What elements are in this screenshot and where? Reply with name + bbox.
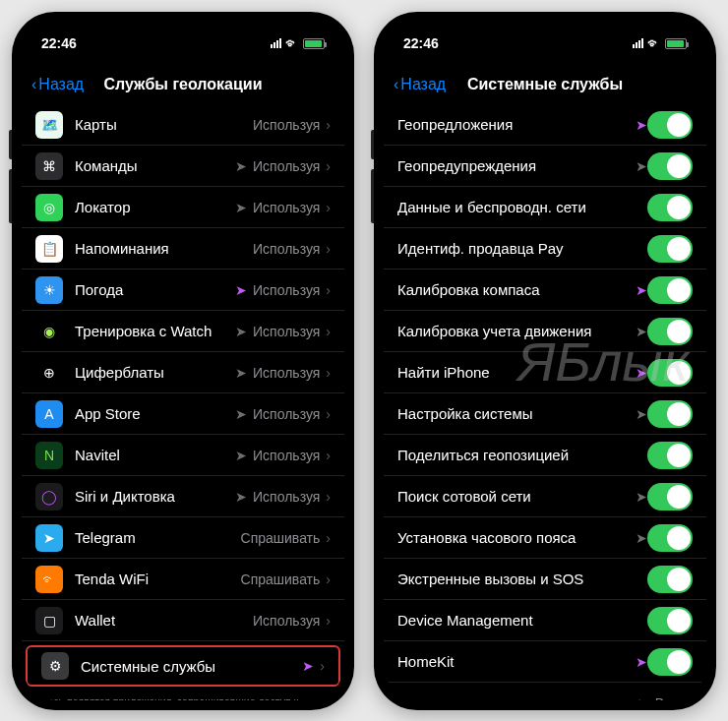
app-row[interactable]: N Navitel ➤ Используя › <box>22 435 344 476</box>
toggle-switch[interactable] <box>647 111 693 139</box>
app-label: Напоминания <box>75 240 247 257</box>
toggle-switch[interactable] <box>647 648 693 676</box>
chevron-right-icon: › <box>326 530 331 546</box>
app-row[interactable]: ☀ Погода ➤ Используя › <box>22 270 344 311</box>
app-row[interactable]: ◯ Siri и Диктовка ➤ Используя › <box>22 476 344 517</box>
phone-right: 22:46 ᯤ ‹ Назад Системные службы Геопред… <box>374 12 716 710</box>
app-row[interactable]: 🗺️ Карты Используя › <box>22 104 344 146</box>
app-status: Используя <box>253 158 320 174</box>
chevron-right-icon: › <box>326 571 331 587</box>
status-right: ᯤ <box>633 35 687 51</box>
app-label: Команды <box>75 157 229 174</box>
app-label: App Store <box>75 405 229 422</box>
service-link-row[interactable]: Важные геопозиции ➤ Вкл. › <box>384 683 706 700</box>
notch <box>109 22 257 45</box>
content-right[interactable]: Геопредложения ➤ Геопредупреждения ➤ Дан… <box>384 104 706 700</box>
toggle-switch[interactable] <box>647 442 693 469</box>
service-label: Настройка системы <box>397 405 630 422</box>
toggle-switch[interactable] <box>647 400 693 428</box>
app-status: Используя <box>253 200 320 215</box>
location-arrow-icon: ➤ <box>636 282 647 298</box>
back-label: Назад <box>38 76 84 93</box>
app-status: Используя <box>253 241 320 257</box>
app-icon: 🗺️ <box>35 111 63 139</box>
toggle-switch[interactable] <box>647 235 693 263</box>
status-time: 22:46 <box>41 35 77 51</box>
toggle-switch[interactable] <box>647 566 693 593</box>
back-button[interactable]: ‹ Назад <box>394 76 446 93</box>
toggle-switch[interactable] <box>647 194 693 221</box>
app-icon: ▢ <box>35 607 63 634</box>
app-icon: 📋 <box>35 235 63 263</box>
service-label: Данные и беспроводн. сети <box>397 199 647 215</box>
toggle-switch[interactable] <box>647 607 693 634</box>
location-arrow-icon: ➤ <box>636 530 647 546</box>
cellular-icon <box>633 38 643 48</box>
chevron-right-icon: › <box>326 158 331 174</box>
app-icon: ☀ <box>35 276 63 304</box>
screen: 22:46 ᯤ ‹ Назад Системные службы Геопред… <box>384 22 706 700</box>
service-row: Экстренные вызовы и SOS <box>384 559 706 600</box>
location-arrow-icon: ➤ <box>637 695 649 701</box>
app-label: Тренировка с Watch <box>75 323 229 339</box>
chevron-right-icon: › <box>326 365 331 381</box>
app-row[interactable]: ▢ Wallet Используя › <box>22 600 344 641</box>
app-row[interactable]: ⌘ Команды ➤ Используя › <box>22 146 344 187</box>
system-services-row[interactable]: ⚙ Системные службы ➤ › <box>26 645 340 687</box>
content-left[interactable]: 🗺️ Карты Используя › ⌘ Команды ➤ Использ… <box>22 104 344 700</box>
toggle-switch[interactable] <box>647 483 693 511</box>
toggle-switch[interactable] <box>647 359 693 387</box>
service-row: HomeKit ➤ <box>384 641 706 683</box>
app-status: Используя <box>253 365 320 381</box>
back-button[interactable]: ‹ Назад <box>31 76 84 93</box>
app-row[interactable]: ⊕ Циферблаты ➤ Используя › <box>22 352 344 393</box>
service-row: Данные и беспроводн. сети <box>384 187 706 228</box>
app-row[interactable]: ➤ Telegram Спрашивать › <box>22 517 344 559</box>
service-row: Геопредложения ➤ <box>384 104 706 146</box>
app-row[interactable]: ᯤ Tenda WiFi Спрашивать › <box>22 559 344 600</box>
location-arrow-icon: ➤ <box>235 489 247 505</box>
location-arrow-icon: ➤ <box>235 365 247 381</box>
app-status: Используя <box>253 282 320 298</box>
app-icon: ➤ <box>35 524 63 552</box>
app-icon: A <box>35 400 63 428</box>
status-right: ᯤ <box>271 35 325 51</box>
service-row: Настройка системы ➤ <box>384 393 706 435</box>
service-label: Поиск сотовой сети <box>397 488 630 505</box>
app-status: Используя <box>253 324 320 339</box>
app-icon: ◉ <box>35 318 63 345</box>
chevron-right-icon: › <box>326 241 331 257</box>
chevron-right-icon: › <box>326 200 331 215</box>
service-label: Установка часового пояса <box>397 529 630 546</box>
toggle-switch[interactable] <box>647 318 693 345</box>
location-arrow-icon: ➤ <box>636 365 647 381</box>
app-label: Navitel <box>75 447 229 463</box>
app-label: Siri и Диктовка <box>75 488 229 505</box>
service-label: Важные геопозиции <box>397 694 632 700</box>
link-status: Вкл. <box>655 695 683 701</box>
app-row[interactable]: ◉ Тренировка с Watch ➤ Используя › <box>22 311 344 352</box>
app-icon: ⌘ <box>35 152 63 180</box>
app-status: Спрашивать <box>241 530 321 546</box>
phone-left: 22:46 ᯤ ‹ Назад Службы геолокации 🗺️ Кар… <box>12 12 354 710</box>
location-arrow-icon: ➤ <box>302 658 314 674</box>
app-row[interactable]: 📋 Напоминания Используя › <box>22 228 344 270</box>
service-row: Калибровка учета движения ➤ <box>384 311 706 352</box>
toggle-switch[interactable] <box>647 524 693 552</box>
location-arrow-icon: ➤ <box>636 654 647 670</box>
app-row[interactable]: A App Store ➤ Используя › <box>22 393 344 435</box>
toggle-switch[interactable] <box>647 152 693 180</box>
service-row: Device Management <box>384 600 706 641</box>
service-row: Найти iPhone ➤ <box>384 352 706 393</box>
nav-bar: ‹ Назад Службы геолокации <box>22 65 344 104</box>
app-row[interactable]: ◎ Локатор ➤ Используя › <box>22 187 344 228</box>
service-row: Установка часового пояса ➤ <box>384 517 706 559</box>
service-row: Геопредупреждения ➤ <box>384 146 706 187</box>
location-arrow-icon: ➤ <box>636 489 647 505</box>
toggle-switch[interactable] <box>647 276 693 304</box>
app-label: Telegram <box>75 529 235 546</box>
system-label: Системные службы <box>81 658 296 675</box>
gear-icon: ⚙ <box>41 652 69 680</box>
service-row: Поиск сотовой сети ➤ <box>384 476 706 517</box>
service-label: Калибровка компаса <box>397 281 630 298</box>
